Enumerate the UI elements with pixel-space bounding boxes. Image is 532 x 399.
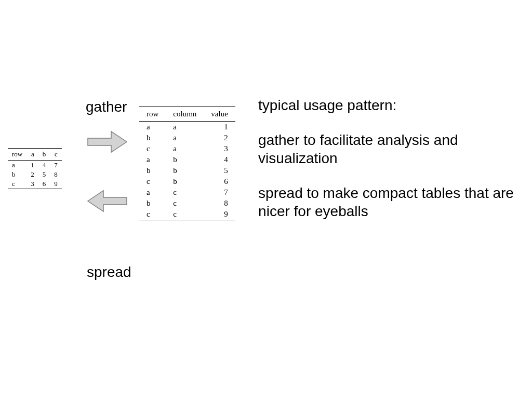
cell: a: [8, 161, 26, 170]
cell: 3: [204, 143, 235, 154]
wide-table-element: row a b c a 1 4 7 b 2: [8, 148, 62, 189]
arrow-left-icon: [85, 188, 129, 216]
cell: 6: [38, 179, 50, 189]
cell: 1: [26, 161, 38, 170]
cell: 2: [204, 132, 235, 143]
cell: a: [166, 132, 204, 143]
wide-table: row a b c a 1 4 7 b 2: [8, 148, 62, 189]
cell: b: [8, 170, 26, 179]
cell: 9: [50, 179, 62, 189]
cell: 8: [204, 198, 235, 209]
cell: a: [166, 143, 204, 154]
cell: 7: [204, 187, 235, 198]
table-row: ca3: [139, 143, 235, 154]
description-text: typical usage pattern: gather to facilit…: [258, 96, 527, 220]
cell: 7: [50, 161, 62, 170]
table-row: bc8: [139, 198, 235, 209]
long-header-row: row: [139, 107, 166, 122]
cell: 4: [204, 154, 235, 165]
cell: 2: [26, 170, 38, 179]
table-row: ac7: [139, 187, 235, 198]
cell: 5: [204, 165, 235, 176]
table-header-row: row a b c: [8, 149, 62, 161]
cell: a: [166, 122, 204, 133]
table-row: ab4: [139, 154, 235, 165]
desc-p2: gather to facilitate analysis and visual…: [258, 131, 527, 167]
table-row: b 2 5 8: [8, 170, 62, 179]
table-row: aa1: [139, 122, 235, 133]
diagram-container: gather row a b c a 1 4 7: [5, 94, 527, 286]
table-row: cb6: [139, 176, 235, 187]
cell: b: [139, 198, 166, 209]
table-row: bb5: [139, 165, 235, 176]
cell: 6: [204, 176, 235, 187]
cell: c: [139, 143, 166, 154]
wide-header-a: a: [26, 149, 38, 161]
description-section: typical usage pattern: gather to facilit…: [258, 94, 527, 237]
cell: a: [139, 154, 166, 165]
long-table-element: row column value aa1 ba2 ca3 ab4 bb5 cb6…: [139, 107, 235, 220]
wide-header-b: b: [38, 149, 50, 161]
cell: b: [166, 176, 204, 187]
cell: c: [166, 187, 204, 198]
cell: c: [8, 179, 26, 189]
cell: 8: [50, 170, 62, 179]
table-row: a 1 4 7: [8, 161, 62, 170]
cell: b: [166, 154, 204, 165]
long-header-value: value: [204, 107, 235, 122]
table-row: cc9: [139, 209, 235, 220]
desc-p1: typical usage pattern:: [258, 96, 527, 114]
cell: 4: [38, 161, 50, 170]
cell: 5: [38, 170, 50, 179]
cell: b: [139, 132, 166, 143]
cell: 1: [204, 122, 235, 133]
wide-header-row: row: [8, 149, 26, 161]
table-header-row: row column value: [139, 107, 235, 122]
gather-label: gather: [86, 99, 127, 115]
table-row: ba2: [139, 132, 235, 143]
cell: 3: [26, 179, 38, 189]
cell: a: [139, 122, 166, 133]
cell: c: [139, 176, 166, 187]
spread-label: spread: [87, 264, 131, 281]
wide-header-c: c: [50, 149, 62, 161]
cell: 9: [204, 209, 235, 220]
desc-p3: spread to make compact tables that are n…: [258, 184, 527, 220]
cell: b: [166, 165, 204, 176]
arrow-right-icon: [85, 129, 129, 157]
cell: b: [139, 165, 166, 176]
long-table: row column value aa1 ba2 ca3 ab4 bb5 cb6…: [139, 107, 235, 220]
cell: c: [166, 198, 204, 209]
cell: c: [166, 209, 204, 220]
table-row: c 3 6 9: [8, 179, 62, 189]
cell: c: [139, 209, 166, 220]
cell: a: [139, 187, 166, 198]
left-section: gather row a b c a 1 4 7: [5, 94, 258, 286]
long-header-column: column: [166, 107, 204, 122]
